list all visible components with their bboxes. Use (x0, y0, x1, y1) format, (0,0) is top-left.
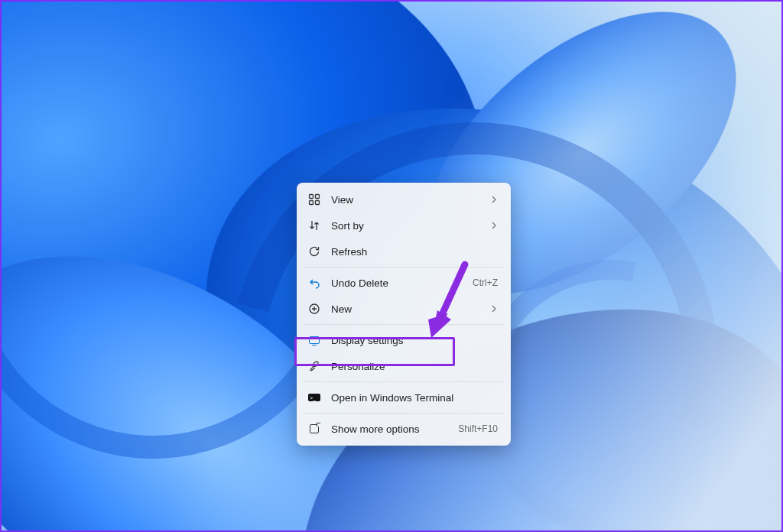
menu-item-accelerator: Shift+F10 (458, 423, 498, 434)
menu-item-accelerator: Ctrl+Z (473, 277, 498, 288)
menu-item-open-terminal[interactable]: >_ Open in Windows Terminal (301, 384, 507, 410)
menu-separator (304, 324, 504, 325)
menu-item-label: Personalize (331, 361, 498, 372)
sort-icon (308, 219, 320, 232)
menu-item-personalize[interactable]: Personalize (301, 353, 507, 379)
menu-separator (304, 267, 504, 268)
grid-icon (308, 193, 320, 206)
new-icon (308, 303, 320, 315)
chevron-right-icon (490, 303, 498, 315)
terminal-icon: >_ (308, 391, 320, 404)
menu-item-sort[interactable]: Sort by (301, 212, 507, 238)
display-icon (308, 334, 320, 346)
svg-rect-3 (316, 201, 320, 205)
menu-item-show-more-options[interactable]: Show more options Shift+F10 (301, 416, 507, 442)
menu-item-display-settings[interactable]: Display settings (301, 327, 507, 353)
menu-item-undo-delete[interactable]: Undo Delete Ctrl+Z (301, 270, 507, 296)
menu-item-refresh[interactable]: Refresh (301, 238, 507, 264)
menu-item-new[interactable]: New (301, 296, 507, 322)
menu-item-view[interactable]: View (301, 187, 507, 212)
menu-item-label: Refresh (331, 246, 498, 258)
menu-separator (304, 381, 504, 382)
menu-item-label: Show more options (331, 423, 447, 435)
menu-item-label: View (331, 194, 479, 206)
svg-rect-1 (316, 195, 320, 199)
menu-item-label: Sort by (331, 220, 479, 232)
more-icon (308, 423, 320, 435)
refresh-icon (308, 245, 320, 258)
menu-item-label: Display settings (331, 335, 498, 346)
svg-rect-0 (310, 195, 314, 199)
paint-icon (308, 360, 320, 372)
desktop-context-menu: View Sort by Refresh Undo Dele (297, 183, 511, 446)
chevron-right-icon (490, 194, 498, 206)
menu-item-label: Undo Delete (331, 277, 462, 289)
chevron-right-icon (490, 220, 498, 232)
menu-separator (304, 413, 504, 414)
menu-item-label: Open in Windows Terminal (331, 392, 498, 404)
svg-rect-2 (310, 201, 314, 205)
menu-item-label: New (331, 303, 479, 315)
undo-icon (308, 277, 320, 289)
